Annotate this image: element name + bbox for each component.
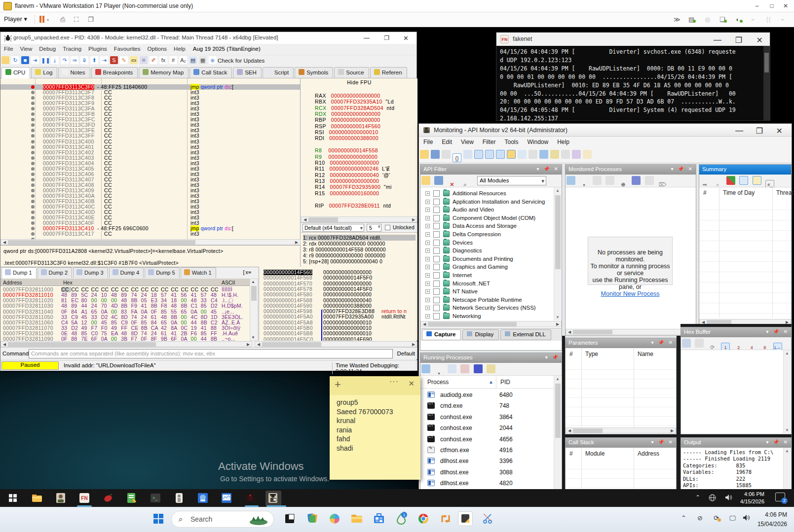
category-checkbox[interactable] [433,256,440,262]
volume-icon[interactable] [743,514,751,523]
category-checkbox[interactable] [433,264,440,270]
arguments-view[interactable]: 1: rcx 00007FFD328AD504 ntdll.2: rdx 000… [301,232,417,267]
az-icon[interactable]: A₂ [179,56,187,64]
step-into-icon[interactable]: ⤓ [51,56,59,64]
expand-icon[interactable]: + [425,306,430,310]
process-row[interactable]: C:\cmd.exe748 [420,401,554,412]
display-icon[interactable]: 🖵 [729,514,736,522]
am-menu-file[interactable]: File [423,139,433,145]
running-processes-vscrollbar[interactable]: ▲ [554,376,561,506]
process-row[interactable]: dllhost.exe3088 [420,467,554,478]
register-row[interactable]: R13 0000000000000000 [315,178,379,184]
category-checkbox[interactable] [433,207,440,213]
expand-icon[interactable]: + [425,273,430,278]
tab-notes[interactable]: Notes [58,67,90,78]
x64dbg-maximize-button[interactable]: ❐ [384,35,389,41]
tab-watch-1[interactable]: Watch 1 [181,267,216,278]
vm-start-icon[interactable] [7,492,20,504]
process-tree-icon[interactable] [474,364,483,373]
expand-icon[interactable]: + [425,248,430,253]
menu-view[interactable]: View [20,46,33,52]
register-row[interactable]: RIP 00007FFD328E0911 ntd [315,203,391,209]
tab-dump-3[interactable]: Dump 3 [73,267,108,278]
am-menu-tools[interactable]: Tools [505,139,519,145]
vm-clock[interactable]: 4:06 PM4/15/2026 [740,491,764,505]
register-row[interactable]: RAX 0000000000000000 [315,93,380,99]
am-shield-icon[interactable] [561,150,570,159]
expand-icon[interactable]: + [425,224,430,228]
expand-icon[interactable]: + [425,265,430,269]
register-row[interactable]: RSI 0000000000000010 [315,130,378,135]
tab-breakpoints[interactable]: Breakpoints [91,67,138,78]
step-out-icon[interactable]: ⬆ [90,56,98,64]
vm-tray-chevron-icon[interactable]: ⌃ [695,494,700,501]
register-row[interactable]: RBX 00007FFD32935A10 "Ld [315,99,394,105]
command-input[interactable]: Commands are comma separated (like assem… [29,349,393,358]
fakenet-close-button[interactable]: ✕ [756,35,763,45]
api-monitor-maximize-button[interactable]: ❐ [756,126,763,136]
argument-row[interactable]: 4: r9 0000000000000000 0000000 [303,252,385,258]
tab-memory-map[interactable]: Memory Map [139,67,189,78]
widgets-button[interactable] [305,511,320,526]
scylla-icon[interactable]: S [110,56,118,64]
tray-chevron-icon[interactable]: ⌃ [681,514,686,522]
api-category-devices[interactable]: +Devices [420,239,554,248]
expand-icon[interactable]: + [425,289,430,294]
vm-procexp-icon[interactable] [173,492,186,504]
fullscreen-icon[interactable]: ❐ [88,16,94,23]
api-category-networking[interactable]: +Networking [420,312,554,320]
expand-icon[interactable]: + [425,232,430,237]
am-copy-icon[interactable] [442,150,451,159]
category-checkbox[interactable] [433,240,440,246]
fakenet-console[interactable]: 04/15/26 04:04:39 PM [ Diverter] svchost… [496,46,770,120]
am-window1-icon[interactable] [474,150,483,159]
player-menu[interactable]: Player ▾ [4,15,27,23]
register-row[interactable]: RDX 0000000000000000 [315,111,380,117]
am-mail-icon[interactable] [518,150,527,159]
tree-view-icon[interactable] [632,176,641,185]
api-filter-hscrollbar[interactable]: ◀▶ [420,321,562,327]
monitor-new-process-link[interactable]: Monitor New Process [601,290,660,297]
menu-favourites[interactable]: Favourites [114,46,141,52]
sticky-note-text[interactable]: group5 Saeed 767000073 krunal rania fahd… [337,398,393,453]
calc-icon[interactable]: ▦ [199,56,207,64]
category-checkbox[interactable] [433,199,440,205]
api-category-microsoft-net[interactable]: +Microsoft .NET [420,280,554,288]
am-menu-filter[interactable]: Filter [483,139,496,145]
filter-tab-capture[interactable]: Capture [422,329,461,340]
stop-icon[interactable]: ■ [21,56,29,64]
expand-icon[interactable]: + [425,191,430,196]
microsoft-store-button[interactable] [372,511,386,526]
fakenet-maximize-button[interactable]: ❐ [735,35,742,45]
tab-referen[interactable]: Referen [370,67,407,78]
memmap-icon[interactable]: ▤ [189,56,197,64]
host-start-button[interactable] [151,511,166,526]
expand-icon[interactable]: + [425,314,430,319]
vm-fakenet-icon[interactable]: FN [78,492,91,504]
argument-row[interactable]: 2: rdx 0000000000000000 000000 [303,241,385,247]
hash-icon[interactable]: # [169,56,177,64]
category-checkbox[interactable] [433,313,440,319]
am-menu-edit[interactable]: Edit [442,139,452,145]
send-ctrl-alt-del-icon[interactable]: ⎙ [60,16,65,24]
api-category-internet[interactable]: +Internet [420,271,554,280]
api-monitor-minimize-button[interactable]: — [735,126,743,135]
vm-notepad-icon[interactable] [125,492,138,504]
expand-icon[interactable]: + [425,298,430,302]
am-pin-icon[interactable] [529,150,537,159]
process-row[interactable]: C:\conhost.exe4656 [420,434,554,445]
am-monitor-icon[interactable] [539,150,548,159]
comment-icon[interactable] [753,176,761,185]
disasm-row[interactable]: 00007FFD3113C401CCint3 [0,144,301,150]
tab-log[interactable]: Log [31,67,57,78]
tab-locals[interactable]: [x= [242,270,251,275]
sticky-notes-app-button[interactable] [458,511,473,526]
menu-help[interactable]: Help [174,46,186,52]
pause-icon[interactable] [42,16,44,23]
api-category-nt-native[interactable]: +NT Native [420,287,554,296]
tab-call-stack[interactable]: Call Stack [189,67,232,78]
menu-debug[interactable]: Debug [39,46,56,52]
module-filter-select[interactable]: All Modules▾ [477,176,546,185]
register-row[interactable]: R10 0000000000000000 [315,160,379,166]
dnd-icon[interactable]: ⊘ [697,514,703,522]
